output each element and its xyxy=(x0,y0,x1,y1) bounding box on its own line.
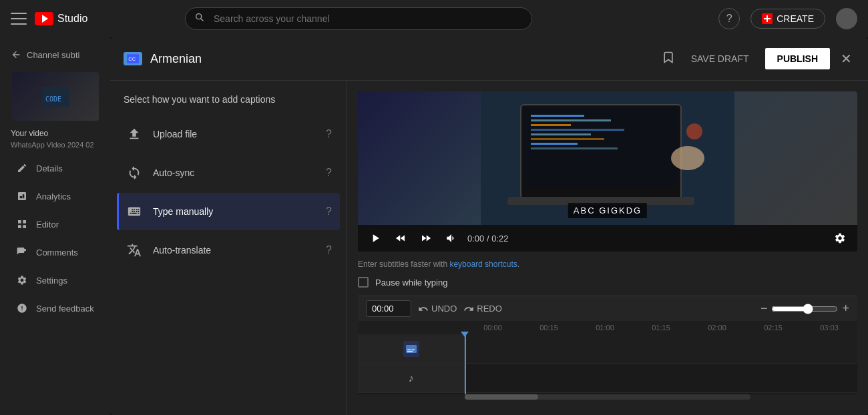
svg-rect-25 xyxy=(407,351,413,352)
rewind-button[interactable] xyxy=(391,229,410,248)
time-total: 0:22 xyxy=(491,234,508,244)
sidebar: Channel subti CODE Your video WhatsApp V… xyxy=(0,37,110,415)
upload-label: Upload file xyxy=(153,129,316,139)
svg-rect-13 xyxy=(531,124,571,126)
editor-label: Editor xyxy=(36,220,59,230)
sidebar-item-editor[interactable]: Editor xyxy=(5,212,105,237)
svg-rect-11 xyxy=(531,115,584,117)
autosync-label: Auto-sync xyxy=(153,167,316,178)
caption-option-manual[interactable]: Type manually ? xyxy=(117,193,340,230)
close-button[interactable]: ✕ xyxy=(838,48,855,69)
zoom-out-button[interactable]: − xyxy=(761,302,768,316)
flag-icon xyxy=(16,302,28,314)
publish-button[interactable]: PUBLISH xyxy=(765,48,830,69)
redo-button[interactable]: REDO xyxy=(463,304,502,314)
help-button[interactable]: ? xyxy=(718,8,740,29)
volume-button[interactable] xyxy=(442,229,461,248)
right-panel: ABC GIGKDG xyxy=(347,81,868,415)
pause-typing-row: Pause while typing xyxy=(358,277,857,288)
svg-rect-14 xyxy=(531,129,624,131)
audio-track-row: ♪ xyxy=(358,364,857,393)
pause-typing-label: Pause while typing xyxy=(375,278,447,288)
caption-option-autosync[interactable]: Auto-sync ? xyxy=(117,154,340,191)
autotranslate-help-icon[interactable]: ? xyxy=(326,244,332,256)
modal-header: CC Armenian SAVE DRAFT PUBLISH ✕ xyxy=(110,37,868,81)
avatar[interactable] xyxy=(836,8,857,29)
ruler-mark-1: 00:15 xyxy=(521,324,577,332)
back-label: Channel subti xyxy=(27,50,80,60)
fastforward-button[interactable] xyxy=(417,229,435,248)
timeline-toolbar: UNDO REDO − + xyxy=(358,296,857,321)
modal-header-actions: SAVE DRAFT PUBLISH ✕ xyxy=(662,48,855,69)
keyboard-shortcuts-link[interactable]: keyboard shortcuts xyxy=(449,260,517,269)
ruler-mark-3: 01:15 xyxy=(633,324,689,332)
timeline-tracks: ♪ xyxy=(358,334,857,394)
sidebar-item-comments[interactable]: Comments xyxy=(5,240,105,265)
time-current: 0:00 xyxy=(467,234,484,244)
timeline-ruler: 00:00 00:15 01:00 01:15 02:00 02:15 03:0… xyxy=(358,321,857,334)
video-thumbnail: CODE xyxy=(12,72,99,121)
captions-modal: CC Armenian SAVE DRAFT PUBLISH ✕ Select … xyxy=(110,37,868,415)
svg-rect-16 xyxy=(531,138,604,140)
save-draft-button[interactable]: SAVE DRAFT xyxy=(683,49,757,68)
topbar: Studio ? CREATE xyxy=(0,0,868,37)
svg-point-20 xyxy=(671,146,704,170)
svg-rect-3 xyxy=(767,15,768,22)
upload-help-icon[interactable]: ? xyxy=(326,128,332,140)
caption-option-autotranslate[interactable]: Auto-translate ? xyxy=(117,232,340,269)
zoom-slider[interactable] xyxy=(771,304,838,314)
subtitle-track-row xyxy=(358,334,857,364)
keyboard-icon xyxy=(125,202,144,221)
captions-panel: Select how you want to add captions Uplo… xyxy=(110,81,347,415)
studio-label: Studio xyxy=(57,13,87,25)
undo-button[interactable]: UNDO xyxy=(418,304,457,314)
pause-typing-checkbox[interactable] xyxy=(358,277,369,288)
time-input[interactable] xyxy=(366,300,411,317)
music-icon: ♪ xyxy=(409,372,414,384)
playhead-line xyxy=(465,334,466,394)
caption-option-upload[interactable]: Upload file ? xyxy=(117,115,340,153)
sync-icon xyxy=(125,163,144,182)
modal-body: Select how you want to add captions Uplo… xyxy=(110,81,868,415)
timeline-scrollbar-thumb[interactable] xyxy=(465,394,538,400)
sidebar-item-settings[interactable]: Settings xyxy=(5,268,105,293)
search-bar xyxy=(185,7,532,30)
youtube-logo-icon xyxy=(35,12,53,25)
video-settings-button[interactable] xyxy=(831,229,849,248)
subtitle-track-label xyxy=(358,334,465,363)
editor-icon xyxy=(16,218,28,230)
sidebar-item-feedback[interactable]: Send feedback xyxy=(5,296,105,321)
svg-point-21 xyxy=(686,123,702,139)
menu-icon[interactable] xyxy=(11,11,27,27)
sidebar-item-analytics[interactable]: Analytics xyxy=(5,183,105,209)
svg-text:CC: CC xyxy=(128,56,136,62)
svg-point-0 xyxy=(196,14,202,19)
zoom-in-button[interactable]: + xyxy=(842,302,849,316)
zoom-control: − + xyxy=(761,302,849,316)
create-button[interactable]: CREATE xyxy=(750,9,825,29)
autosync-help-icon[interactable]: ? xyxy=(326,167,332,179)
manual-help-icon[interactable]: ? xyxy=(326,205,332,218)
details-label: Details xyxy=(36,163,63,173)
video-caption-text: ABC GIGKDG xyxy=(568,203,647,218)
svg-rect-24 xyxy=(411,349,414,350)
sidebar-item-details[interactable]: Details xyxy=(5,155,105,181)
playhead-diamond xyxy=(461,332,469,337)
settings-label: Settings xyxy=(36,276,67,286)
svg-rect-12 xyxy=(531,119,611,121)
search-input[interactable] xyxy=(185,7,532,30)
timeline-scrollbar[interactable] xyxy=(465,394,750,400)
svg-rect-23 xyxy=(407,349,411,350)
gear-icon xyxy=(16,274,28,286)
svg-rect-17 xyxy=(531,143,578,145)
audio-track-content[interactable] xyxy=(465,364,857,392)
timeline-area: UNDO REDO − + xyxy=(358,296,857,394)
bookmark-icon[interactable] xyxy=(662,51,675,67)
modal-title: Armenian xyxy=(150,52,202,66)
captions-list: Upload file ? Auto-sync ? xyxy=(110,115,347,402)
svg-text:CODE: CODE xyxy=(45,95,61,103)
subtitle-track-content[interactable] xyxy=(465,334,857,363)
sidebar-back-button[interactable]: Channel subti xyxy=(0,43,110,67)
play-button[interactable] xyxy=(366,229,385,248)
chart-icon xyxy=(16,190,28,202)
